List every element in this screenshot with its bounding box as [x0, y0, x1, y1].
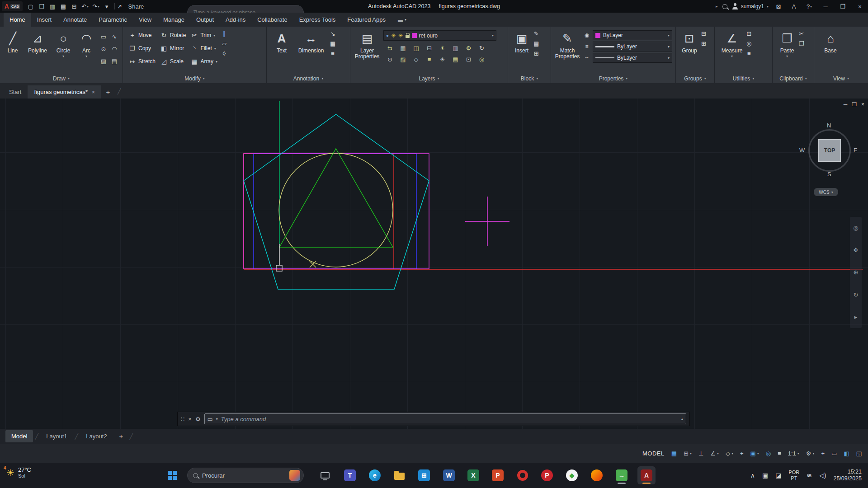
- tray-expand-chevron-icon[interactable]: ∧: [750, 472, 755, 479]
- layer-tool-icon[interactable]: ⊟: [427, 45, 432, 52]
- polar-tracking-icon[interactable]: ∠▾: [710, 450, 719, 457]
- viewcube-south[interactable]: S: [827, 171, 831, 178]
- line-button[interactable]: ╱Line: [2, 28, 23, 74]
- panel-label-clipboard[interactable]: Clipboard▾: [773, 74, 814, 83]
- tab-view[interactable]: View: [133, 13, 157, 27]
- autocad-logo-icon[interactable]: ACAD: [2, 1, 23, 11]
- taskbar-app-folder[interactable]: [390, 466, 408, 484]
- ellipse-tool-icon[interactable]: ⊙: [101, 46, 106, 52]
- layer-tool-icon[interactable]: ⚙: [466, 45, 472, 52]
- showmotion-icon[interactable]: ▸: [854, 314, 858, 320]
- offset-icon[interactable]: ∥: [223, 30, 226, 37]
- tab-collaborate[interactable]: Collaborate: [251, 13, 293, 27]
- quick-select-icon[interactable]: ⊡: [746, 30, 751, 37]
- panel-label-modify[interactable]: Modify▾: [123, 74, 266, 83]
- tab-add-ins[interactable]: Add-ins: [220, 13, 251, 27]
- save-icon[interactable]: ▥: [47, 0, 58, 13]
- weather-widget[interactable]: ☀4 27°C Sol: [6, 466, 31, 479]
- dimension-button[interactable]: ↔Dimension: [296, 28, 326, 74]
- rectangle-tool-icon[interactable]: ▭: [101, 33, 106, 40]
- zoom-extents-icon[interactable]: ⊕: [854, 269, 859, 276]
- viewcube-top-face[interactable]: TOP: [818, 139, 841, 162]
- pickbox[interactable]: [276, 265, 282, 271]
- layer-tool-icon[interactable]: ⊙: [387, 56, 392, 63]
- command-input[interactable]: [221, 416, 678, 422]
- open-file-icon[interactable]: ❒: [36, 0, 47, 13]
- panel-label-block[interactable]: Block▾: [508, 74, 551, 83]
- layer-tool-icon[interactable]: ▤: [453, 56, 458, 63]
- edit-block-icon[interactable]: ▤: [533, 40, 539, 47]
- scale-button[interactable]: ◿Scale: [160, 56, 186, 66]
- taskbar-app-firefox[interactable]: [588, 466, 606, 484]
- layout-tab-layout1[interactable]: Layout1: [40, 430, 73, 442]
- taskbar-search[interactable]: [187, 468, 304, 483]
- viewcube-north[interactable]: N: [827, 122, 831, 129]
- layer-tool-icon[interactable]: ⇆: [387, 45, 392, 52]
- circle-button[interactable]: ○Circle▾: [52, 28, 75, 74]
- object-color-icon[interactable]: ◉: [583, 32, 590, 38]
- close-button[interactable]: ×: [854, 0, 866, 13]
- layer-tool-icon[interactable]: ⊡: [466, 56, 471, 63]
- taskbar-search-input[interactable]: [202, 472, 285, 479]
- file-tab-start[interactable]: Start: [3, 85, 28, 99]
- circle-yellow[interactable]: [279, 153, 393, 267]
- panel-label-annotation[interactable]: Annotation▾: [267, 74, 350, 83]
- taskbar-app-download-manager[interactable]: →: [613, 466, 631, 484]
- close-tab-icon[interactable]: ×: [92, 89, 95, 95]
- annotation-scale-button[interactable]: 1:1▾: [788, 450, 799, 457]
- command-customize-icon[interactable]: ⚙: [195, 416, 201, 422]
- taskbar-app-powerpoint[interactable]: P: [489, 466, 507, 484]
- command-history-arrow-icon[interactable]: ▴: [681, 417, 683, 421]
- selection-cycling-icon[interactable]: ◎: [766, 450, 771, 457]
- lineweight-icon[interactable]: ≡: [583, 43, 590, 50]
- panel-label-properties[interactable]: Properties▾: [551, 74, 675, 83]
- taskbar-app-excel[interactable]: X: [464, 466, 482, 484]
- mirror-button[interactable]: ◧Mirror: [160, 43, 186, 53]
- match-properties-button[interactable]: ✎Match Properties: [553, 28, 581, 74]
- erase-icon[interactable]: ▱: [222, 40, 226, 47]
- layer-tool-icon[interactable]: ☀: [440, 45, 445, 52]
- panel-label-layers[interactable]: Layers▾: [350, 74, 508, 83]
- command-dock-grip[interactable]: ∷: [181, 416, 184, 422]
- color-dropdown[interactable]: ByLayer ▾: [593, 30, 672, 40]
- tab-parametric[interactable]: Parametric: [93, 13, 133, 27]
- quick-calc-icon[interactable]: ◎: [746, 40, 751, 47]
- panel-label-view[interactable]: View▾: [814, 74, 868, 83]
- leader-icon[interactable]: ↘: [330, 30, 335, 37]
- taskbar-app-edge[interactable]: e: [366, 466, 384, 484]
- rect-magenta[interactable]: [244, 154, 429, 269]
- layer-properties-button[interactable]: ▤Layer Properties: [353, 28, 382, 74]
- draw-more-icon[interactable]: ◠: [112, 46, 117, 52]
- layout-tab-model[interactable]: Model: [5, 430, 33, 442]
- new-layout-button[interactable]: +: [115, 432, 128, 440]
- layer-tool-icon[interactable]: ◇: [414, 56, 419, 63]
- grid-display-icon[interactable]: ▦: [671, 450, 677, 457]
- tab-insert[interactable]: Insert: [31, 13, 58, 27]
- tab-manage[interactable]: Manage: [157, 13, 190, 27]
- orbit-icon[interactable]: ↻: [854, 291, 859, 298]
- dynamic-input-icon[interactable]: ≡: [778, 450, 781, 457]
- model-space-canvas[interactable]: ─ ❐ × TOP N S W E WCS▾ ◎ ✥ ⊕ ↻ ▸: [0, 99, 868, 429]
- linetype-icon[interactable]: ╌: [583, 55, 590, 61]
- panel-label-draw[interactable]: Draw▾: [0, 74, 123, 83]
- volume-icon[interactable]: ◁): [819, 472, 826, 479]
- object-snap-tracking-icon[interactable]: +: [740, 450, 744, 457]
- tab-express-tools[interactable]: Express Tools: [293, 13, 342, 27]
- isometric-drafting-icon[interactable]: ◇▾: [726, 450, 733, 457]
- wcs-selector[interactable]: WCS▾: [814, 188, 838, 196]
- taskbar-app-opera[interactable]: [514, 466, 532, 484]
- tab-annotate[interactable]: Annotate: [57, 13, 93, 27]
- save-as-icon[interactable]: ▤: [58, 0, 69, 13]
- stretch-button[interactable]: ↦Stretch: [128, 56, 156, 66]
- block-attributes-icon[interactable]: ⊞: [534, 50, 539, 57]
- taskbar-app-word[interactable]: W: [440, 466, 458, 484]
- taskbar-app-green[interactable]: ◆: [563, 466, 581, 484]
- redo-button[interactable]: ↷▾: [90, 0, 101, 13]
- autodesk-app-icon[interactable]: A: [788, 0, 799, 13]
- viewcube[interactable]: TOP N S W E: [803, 124, 857, 181]
- layer-tool-icon[interactable]: ▥: [453, 45, 458, 52]
- pentagon-cyan[interactable]: [244, 114, 429, 289]
- polyline-button[interactable]: ⊿Polyline: [25, 28, 50, 74]
- object-snap-icon[interactable]: ▣▾: [750, 450, 759, 457]
- language-indicator[interactable]: POR PT: [788, 469, 799, 481]
